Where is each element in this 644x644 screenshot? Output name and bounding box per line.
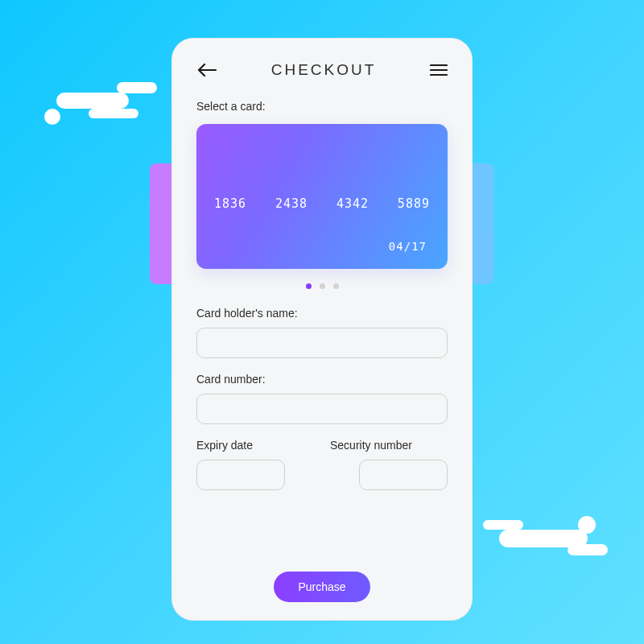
card-number-segment: 2438 <box>275 196 308 211</box>
security-input[interactable] <box>359 460 448 490</box>
purchase-button[interactable]: Purchase <box>274 572 369 602</box>
card-number-segment: 4342 <box>336 196 369 211</box>
arrow-left-icon <box>196 63 217 77</box>
decor-blob <box>568 544 608 555</box>
decor-blob <box>44 109 60 125</box>
decor-blob <box>89 109 138 118</box>
card-number-segment: 1836 <box>214 196 246 211</box>
card-holder-input[interactable] <box>196 328 448 358</box>
decor-blob <box>117 82 157 93</box>
expiry-label: Expiry date <box>196 439 314 452</box>
select-card-label: Select a card: <box>196 100 448 113</box>
card-expiry-display: 04/17 <box>389 240 427 253</box>
card-holder-label: Card holder's name: <box>196 307 448 320</box>
decor-blob <box>56 93 129 109</box>
security-label: Security number <box>330 439 412 452</box>
selected-card[interactable]: 1836 2438 4342 5889 04/17 <box>196 124 448 269</box>
card-number-label: Card number: <box>196 373 448 386</box>
card-number-display: 1836 2438 4342 5889 <box>214 196 430 211</box>
carousel-indicator <box>196 283 448 289</box>
card-number-segment: 5889 <box>398 196 430 211</box>
carousel-dot[interactable] <box>333 283 339 289</box>
header: CHECKOUT <box>196 61 448 79</box>
decor-blob <box>578 516 596 534</box>
carousel-dot[interactable] <box>306 283 312 289</box>
hamburger-icon <box>430 64 448 76</box>
page-title: CHECKOUT <box>271 61 377 79</box>
expiry-input[interactable] <box>196 460 285 490</box>
decor-blob <box>483 520 523 530</box>
back-button[interactable] <box>196 63 217 77</box>
menu-button[interactable] <box>430 64 448 76</box>
carousel-dot[interactable] <box>320 283 325 289</box>
card-number-input[interactable] <box>196 394 448 424</box>
checkout-panel: CHECKOUT Select a card: 1836 2438 4342 5… <box>172 39 472 620</box>
